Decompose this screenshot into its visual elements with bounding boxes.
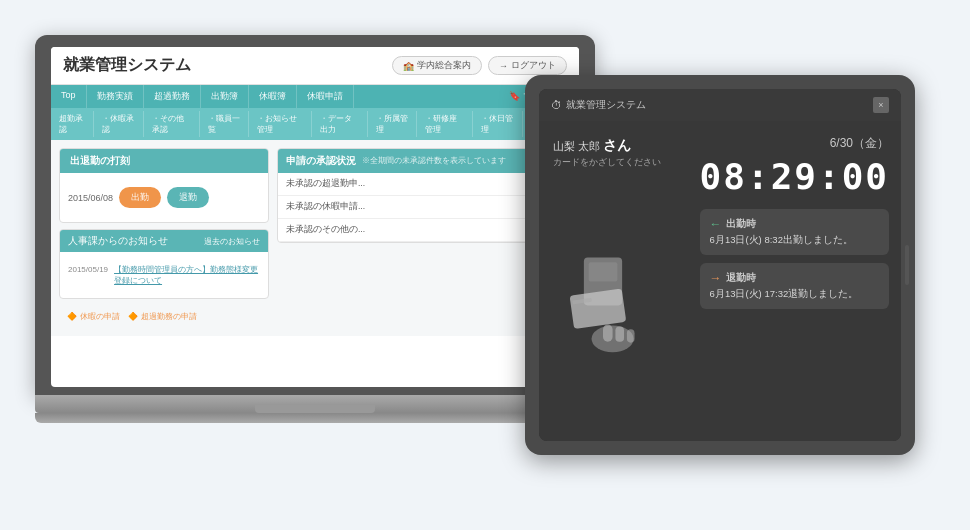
tablet-date: 6/30（金）: [700, 135, 889, 152]
home-icon: 🏫: [403, 61, 414, 71]
sub-notice-mgmt[interactable]: ・お知らせ管理: [249, 111, 312, 137]
tablet-user-name: 山梨 太郎 さん: [553, 135, 661, 156]
sub-data-export[interactable]: ・データ出力: [312, 111, 368, 137]
clockin-arrow-icon: ←: [710, 217, 722, 231]
primary-nav: Top 勤務実績 超過勤務 出勤簿 休暇簿 休暇申請 🔖 マニュアル: [51, 85, 579, 108]
tablet-title: ⏱ 就業管理システム: [551, 98, 646, 112]
laptop-screen-inner: 就業管理システム 🏫 学内総合案内 → ログアウト Top: [51, 47, 579, 387]
svg-rect-1: [589, 263, 618, 282]
attendance-panel-header: 出退勤の打刻: [60, 149, 268, 173]
app-body: 出退勤の打刻 2015/06/08 出勤 退勤: [51, 140, 579, 336]
clockout-button[interactable]: 退勤: [167, 187, 209, 208]
laptop: 就業管理システム 🏫 学内総合案内 → ログアウト Top: [35, 35, 595, 423]
quick-link-kyuka-label: 休暇の申請: [80, 311, 120, 322]
header-buttons: 🏫 学内総合案内 → ログアウト: [392, 56, 567, 75]
clockin-record-text: 6月13日(火) 8:32出勤しました。: [710, 234, 879, 247]
nav-top[interactable]: Top: [51, 85, 87, 108]
tablet-user-info: 山梨 太郎 さん カードをかざしてください: [553, 135, 661, 170]
tablet-app-title: 就業管理システム: [566, 98, 646, 112]
sub-holiday-mgmt[interactable]: ・休日管理: [473, 111, 523, 137]
clock-icon: ⏱: [551, 99, 562, 111]
notice-past-link[interactable]: 過去のお知らせ: [204, 236, 260, 247]
quick-link-chouka-label: 超過勤務の申請: [141, 311, 197, 322]
svg-rect-5: [603, 325, 613, 342]
nav-shukkin[interactable]: 出勤簿: [201, 85, 249, 108]
notice-panel: 人事課からのお知らせ 過去のお知らせ 2015/05/19 【勤務時間管理員の方…: [59, 229, 269, 299]
arrow-icon-2: 🔶: [128, 312, 138, 321]
arrow-icon: 🔶: [67, 312, 77, 321]
laptop-foot: [35, 413, 595, 423]
campus-info-button[interactable]: 🏫 学内総合案内: [392, 56, 482, 75]
quick-link-kyuka[interactable]: 🔶 休暇の申請: [67, 311, 120, 322]
tablet-right: 6/30（金） 08:29:00 ← 出勤時 6月13日(火) 8:32出勤しま…: [688, 121, 901, 441]
notice-link-text[interactable]: 【勤務時間管理員の方へ】勤務態様変更登録について: [114, 265, 258, 285]
tablet-power-button[interactable]: [905, 245, 909, 285]
clockin-record: ← 出勤時 6月13日(火) 8:32出勤しました。: [700, 209, 889, 255]
notice-panel-header: 人事課からのお知らせ 過去のお知らせ: [60, 230, 268, 252]
nav-kyukashinsei[interactable]: 休暇申請: [297, 85, 354, 108]
tablet-close-button[interactable]: ×: [873, 97, 889, 113]
tablet-header: ⏱ 就業管理システム ×: [539, 89, 901, 121]
notice-date: 2015/05/19: [68, 264, 108, 286]
clockin-button[interactable]: 出勤: [119, 187, 161, 208]
clockin-record-header: ← 出勤時: [710, 217, 879, 231]
app-title: 就業管理システム: [63, 55, 191, 76]
tablet: ⏱ 就業管理システム × 山梨 太郎 さん カードをかざしてください: [525, 75, 915, 455]
tablet-left: 山梨 太郎 さん カードをかざしてください: [539, 121, 688, 441]
sub-kyuka-approval[interactable]: ・休暇承認: [94, 111, 144, 137]
scene: 就業管理システム 🏫 学内総合案内 → ログアウト Top: [35, 15, 935, 515]
svg-rect-2: [570, 289, 627, 329]
nav-kyuka[interactable]: 休暇簿: [249, 85, 297, 108]
approval-note: ※全期間の未承認件数を表示しています: [362, 156, 506, 166]
approval-title: 申請の承認状況: [286, 154, 356, 168]
tablet-user-message: カードをかざしてください: [553, 156, 661, 170]
clockout-record-header: → 退勤時: [710, 271, 879, 285]
tablet-screen: ⏱ 就業管理システム × 山梨 太郎 さん カードをかざしてください: [539, 89, 901, 441]
quick-link-chouka[interactable]: 🔶 超過勤務の申請: [128, 311, 197, 322]
sub-other-approval[interactable]: ・その他承認: [144, 111, 200, 137]
svg-rect-6: [615, 327, 624, 342]
secondary-nav: 超勤承認 ・休暇承認 ・その他承認 ・職員一覧 ・お知らせ管理 ・データ出力 ・…: [51, 108, 579, 140]
sub-dept-mgmt[interactable]: ・所属管理: [368, 111, 418, 137]
tablet-body: 山梨 太郎 さん カードをかざしてください: [539, 121, 901, 441]
attendance-row: 2015/06/08 出勤 退勤: [68, 181, 260, 214]
attendance-date: 2015/06/08: [68, 193, 113, 203]
campus-info-label: 学内総合案内: [417, 59, 471, 72]
logout-button[interactable]: → ログアウト: [488, 56, 567, 75]
clockout-record-text: 6月13日(火) 17:32退勤しました。: [710, 288, 879, 301]
nav-chouka[interactable]: 超過勤務: [144, 85, 201, 108]
tablet-clock: 08:29:00: [700, 156, 889, 197]
svg-rect-7: [627, 330, 635, 343]
clockin-record-label: 出勤時: [726, 217, 756, 231]
clockout-record-label: 退勤時: [726, 271, 756, 285]
clockout-arrow-icon: →: [710, 271, 722, 285]
card-reader-icon: [553, 180, 653, 428]
notice-title: 人事課からのお知らせ: [68, 234, 168, 248]
app-header: 就業管理システム 🏫 学内総合案内 → ログアウト: [51, 47, 579, 85]
attendance-panel: 出退勤の打刻 2015/06/08 出勤 退勤: [59, 148, 269, 223]
nav-kinmu[interactable]: 勤務実績: [87, 85, 144, 108]
sub-training-mgmt[interactable]: ・研修座管理: [417, 111, 473, 137]
sub-chokin-approval[interactable]: 超勤承認: [51, 111, 94, 137]
notice-panel-body: 2015/05/19 【勤務時間管理員の方へ】勤務態様変更登録について: [60, 252, 268, 298]
laptop-base: [35, 395, 595, 413]
tablet-outer: ⏱ 就業管理システム × 山梨 太郎 さん カードをかざしてください: [525, 75, 915, 455]
logout-label: ログアウト: [511, 59, 556, 72]
sub-staff-list[interactable]: ・職員一覧: [200, 111, 250, 137]
logout-icon: →: [499, 61, 508, 71]
laptop-screen-outer: 就業管理システム 🏫 学内総合案内 → ログアウト Top: [35, 35, 595, 395]
notice-text: 【勤務時間管理員の方へ】勤務態様変更登録について: [114, 264, 260, 286]
notice-item: 2015/05/19 【勤務時間管理員の方へ】勤務態様変更登録について: [68, 260, 260, 290]
attendance-panel-body: 2015/06/08 出勤 退勤: [60, 173, 268, 222]
clockout-record: → 退勤時 6月13日(火) 17:32退勤しました。: [700, 263, 889, 309]
quick-links: 🔶 休暇の申請 🔶 超過勤務の申請: [59, 305, 269, 328]
